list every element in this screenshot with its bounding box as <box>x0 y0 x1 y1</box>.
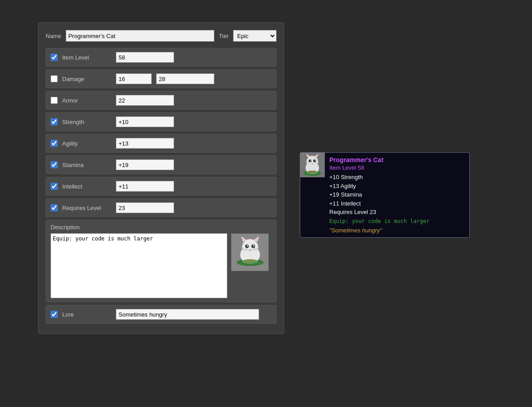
damage-input-min[interactable] <box>116 73 152 84</box>
agility-label: Agility <box>62 140 111 147</box>
tooltip-stat-stamina: +19 Stamina <box>329 190 465 199</box>
tooltip-content: Programmer's Cat Item Level 58 +10 Stren… <box>325 153 469 237</box>
intellect-input[interactable] <box>116 181 174 192</box>
strength-label: Strength <box>62 119 111 125</box>
item-level-input[interactable] <box>116 52 174 63</box>
lore-input[interactable] <box>116 309 259 320</box>
svg-point-23 <box>306 156 318 167</box>
strength-checkbox[interactable] <box>51 118 58 125</box>
tier-select[interactable]: Common Uncommon Rare Epic Legendary <box>233 30 277 42</box>
svg-point-19 <box>251 259 253 261</box>
damage-row: Damage <box>46 69 277 88</box>
stamina-input[interactable] <box>116 159 174 170</box>
svg-point-31 <box>315 160 315 161</box>
strength-input[interactable] <box>116 116 174 127</box>
tooltip-icon <box>300 153 325 177</box>
agility-row: Agility <box>46 134 277 153</box>
item-level-label: Item Level <box>62 54 111 61</box>
armor-input[interactable] <box>116 95 174 106</box>
svg-point-39 <box>313 171 315 172</box>
intellect-checkbox[interactable] <box>51 183 58 190</box>
tooltip-requires: Requires Level 23 <box>329 209 465 215</box>
tooltip-stat-intellect: +11 Intellect <box>329 199 465 208</box>
svg-point-10 <box>247 245 248 246</box>
item-level-checkbox[interactable] <box>51 54 58 61</box>
name-input[interactable] <box>66 30 214 42</box>
agility-input[interactable] <box>116 138 174 149</box>
damage-input-max[interactable] <box>156 73 214 84</box>
armor-checkbox[interactable] <box>51 97 58 104</box>
intellect-label: Intellect <box>62 183 111 190</box>
svg-point-38 <box>310 171 312 173</box>
requires-level-input[interactable] <box>116 202 174 213</box>
stamina-label: Stamina <box>62 162 111 168</box>
requires-level-label: Requires Level <box>62 205 111 211</box>
stamina-row: Stamina <box>46 155 277 174</box>
tooltip-equip-text: Equip: your code is much larger <box>329 218 465 224</box>
tooltip-item-level: Item Level 58 <box>329 164 465 171</box>
description-inner: Equip: your code is much larger <box>51 233 272 298</box>
description-section: Description Equip: your code is much lar… <box>46 220 277 302</box>
svg-point-29 <box>313 159 316 162</box>
description-label: Description <box>51 224 272 231</box>
damage-checkbox[interactable] <box>51 75 58 82</box>
svg-point-28 <box>309 159 311 162</box>
description-image <box>231 233 269 271</box>
requires-level-row: Requires Level <box>46 198 277 217</box>
tooltip-stat-agility: +13 Agility <box>329 182 465 191</box>
item-level-row: Item Level <box>46 48 277 67</box>
cat-image-small <box>232 235 268 270</box>
name-tier-row: Name Tier Common Uncommon Rare Epic Lege… <box>46 30 277 42</box>
tier-label: Tier <box>219 33 229 39</box>
tooltip-lore-text: "Sometimes hungry" <box>329 227 465 234</box>
item-editor-panel: Name Tier Common Uncommon Rare Epic Lege… <box>38 22 284 334</box>
description-textarea[interactable]: Equip: your code is much larger <box>51 233 227 298</box>
svg-point-18 <box>247 260 249 262</box>
armor-row: Armor <box>46 91 277 110</box>
tooltip-stat-strength: +10 Strength <box>329 173 465 182</box>
intellect-row: Intellect <box>46 177 277 196</box>
svg-point-37 <box>306 171 318 174</box>
damage-label: Damage <box>62 76 111 82</box>
lore-checkbox[interactable] <box>51 311 58 318</box>
requires-level-checkbox[interactable] <box>51 204 58 211</box>
cat-icon-large <box>300 153 325 177</box>
tooltip-item-name: Programmer's Cat <box>329 156 465 163</box>
stamina-checkbox[interactable] <box>51 161 58 168</box>
svg-point-3 <box>242 239 258 255</box>
svg-point-30 <box>310 160 311 161</box>
lore-row: Lore <box>46 305 277 324</box>
lore-label: Lore <box>62 311 111 318</box>
strength-row: Strength <box>46 112 277 131</box>
agility-checkbox[interactable] <box>51 140 58 147</box>
svg-point-11 <box>253 245 254 246</box>
name-label: Name <box>46 33 61 39</box>
tooltip-icon-image <box>300 153 325 177</box>
item-tooltip: Programmer's Cat Item Level 58 +10 Stren… <box>300 152 470 238</box>
armor-label: Armor <box>62 97 111 104</box>
svg-point-17 <box>242 259 258 264</box>
